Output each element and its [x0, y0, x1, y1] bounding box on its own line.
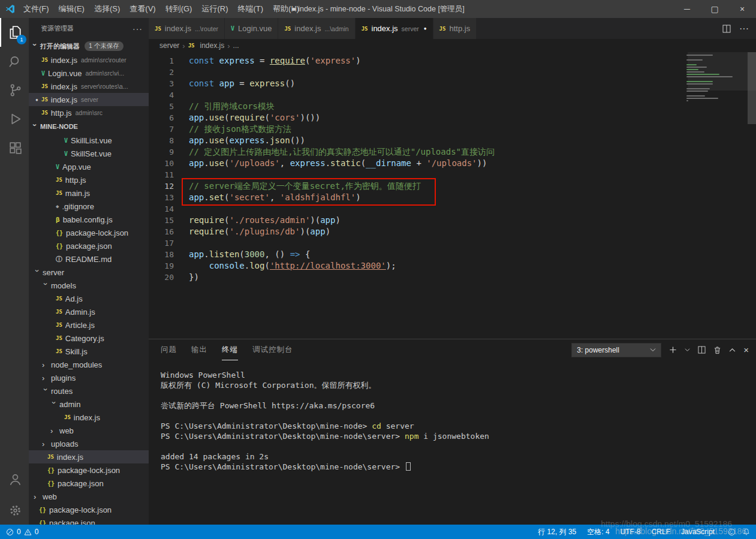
terminal-output[interactable]: Windows PowerShell版权所有 (C) Microsoft Cor… — [149, 360, 756, 525]
file-item-Admin.js[interactable]: JSAdmin.js — [29, 305, 149, 318]
open-editor-item[interactable]: JShttp.jsadmin\src — [29, 106, 149, 119]
menu-item[interactable]: 查看(V) — [125, 0, 160, 18]
file-item-App.vue[interactable]: VApp.vue — [29, 160, 149, 173]
file-item-package.json[interactable]: {}package.json — [29, 516, 149, 525]
code-line[interactable]: 14 — [149, 203, 756, 215]
file-item-babel.config.js[interactable]: βbabel.config.js — [29, 213, 149, 226]
code-line[interactable]: 4 — [149, 89, 756, 101]
minimize-button[interactable]: ─ — [673, 0, 701, 18]
breadcrumb-item[interactable]: JSindex.js — [188, 41, 225, 50]
code-line[interactable]: 16require('./plugins/db')(app) — [149, 226, 756, 237]
folder-item-plugins[interactable]: ›plugins — [29, 371, 149, 384]
folder-item-uploads[interactable]: ›uploads — [29, 437, 149, 450]
code-line[interactable]: 9// 定义图片上传路由地址,让我们的真实静态地址可以通过"/uploads"直… — [149, 146, 756, 158]
run-debug-icon[interactable] — [0, 104, 29, 133]
status-item[interactable]: CRLF — [652, 528, 670, 536]
file-item-package-lock.json[interactable]: {}package-lock.json — [29, 463, 149, 477]
code-line[interactable]: 19 console.log('http://localhost:3000'); — [149, 260, 756, 272]
close-button[interactable]: × — [728, 0, 756, 18]
editor-more-actions-icon[interactable]: ··· — [739, 23, 749, 34]
folder-item-models[interactable]: ›models — [29, 279, 149, 292]
folder-item-web[interactable]: ›web — [29, 424, 149, 437]
folder-item-web[interactable]: ›web — [29, 490, 149, 503]
editor-scrollbar[interactable] — [748, 52, 756, 124]
extensions-icon[interactable] — [0, 133, 29, 162]
open-editor-item[interactable]: JSindex.jsadmin\src\router — [29, 53, 149, 67]
code-line[interactable]: 11 — [149, 169, 756, 180]
file-item-http.js[interactable]: JShttp.js — [29, 173, 149, 186]
project-root-header[interactable]: › MINE-NODE — [29, 119, 149, 134]
menu-item[interactable]: 转到(G) — [161, 0, 197, 18]
tab-index.js[interactable]: JSindex.jsserver● — [356, 18, 433, 39]
file-item-SkillSet.vue[interactable]: VSkillSet.vue — [29, 147, 149, 160]
menu-item[interactable]: 运行(R) — [197, 0, 233, 18]
code-line[interactable]: 8app.use(express.json()) — [149, 135, 756, 146]
code-line[interactable]: 20}) — [149, 272, 756, 283]
file-item-SkillList.vue[interactable]: VSkillList.vue — [29, 134, 149, 147]
code-line[interactable]: 5// 引用跨域cors模块 — [149, 101, 756, 112]
file-item-package-lock.json[interactable]: {}package-lock.json — [29, 226, 149, 239]
folder-item-node_modules[interactable]: ›node_modules — [29, 358, 149, 371]
maximize-panel-icon[interactable] — [729, 348, 736, 353]
folder-item-routes[interactable]: ›routes — [29, 384, 149, 398]
breadcrumb-item[interactable]: ... — [233, 41, 239, 50]
status-item[interactable]: JavaScript — [681, 528, 715, 536]
tab-index.js[interactable]: JSindex.js...\router — [149, 18, 225, 39]
problems-status[interactable]: 0 0 — [6, 528, 38, 536]
open-editor-item[interactable]: ●JSindex.jsserver — [29, 93, 149, 106]
file-item-Ad.js[interactable]: JSAd.js — [29, 292, 149, 305]
code-line[interactable]: 6app.use(require('cors')()) — [149, 112, 756, 124]
file-item-Skill.js[interactable]: JSSkill.js — [29, 345, 149, 358]
split-editor-icon[interactable] — [722, 25, 731, 33]
file-item-.gitignore[interactable]: ◆.gitignore — [29, 200, 149, 213]
menu-item[interactable]: 终端(T) — [233, 0, 268, 18]
menu-item[interactable]: 文件(F) — [19, 0, 54, 18]
panel-tab-输出[interactable]: 输出 — [191, 339, 207, 360]
file-item-Category.js[interactable]: JSCategory.js — [29, 332, 149, 345]
close-panel-icon[interactable]: × — [743, 345, 749, 355]
account-icon[interactable] — [0, 465, 29, 493]
code-line[interactable]: 1const express = require('express') — [149, 55, 756, 67]
panel-tab-问题[interactable]: 问题 — [161, 339, 177, 360]
status-item[interactable]: 空格: 4 — [587, 527, 609, 537]
new-terminal-icon[interactable] — [669, 346, 677, 354]
file-item-README.md[interactable]: ⓘREADME.md — [29, 252, 149, 266]
maximize-button[interactable]: ▢ — [701, 0, 728, 18]
file-item-index.js[interactable]: JSindex.js — [29, 411, 149, 424]
sidebar-more-actions-icon[interactable]: ··· — [132, 24, 143, 34]
open-editor-item[interactable]: JSindex.jsserver\routes\a... — [29, 80, 149, 93]
search-icon[interactable] — [0, 47, 29, 76]
file-item-Article.js[interactable]: JSArticle.js — [29, 318, 149, 332]
status-item[interactable]: UTF-8 — [621, 528, 641, 536]
tab-Login.vue[interactable]: VLogin.vue — [225, 18, 278, 39]
code-line[interactable]: 18app.listen(3000, () => { — [149, 249, 756, 260]
file-item-package-lock.json[interactable]: {}package-lock.json — [29, 503, 149, 516]
code-editor[interactable]: 1const express = require('express')23con… — [149, 52, 756, 339]
modified-dot-icon[interactable]: ● — [424, 26, 427, 31]
explorer-icon[interactable]: 1 — [0, 18, 29, 47]
status-item[interactable]: 行 12, 列 35 — [538, 527, 576, 537]
panel-tab-终端[interactable]: 终端 — [222, 339, 238, 360]
breadcrumb-item[interactable]: server — [159, 41, 179, 50]
minimap[interactable] — [686, 55, 746, 101]
split-terminal-icon[interactable] — [698, 346, 706, 354]
file-item-index.js[interactable]: JSindex.js — [29, 450, 149, 463]
open-editor-item[interactable]: VLogin.vueadmin\src\vi... — [29, 67, 149, 80]
open-editors-header[interactable]: › 打开的编辑器 1 个未保存 — [29, 39, 149, 53]
terminal-dropdown-icon[interactable] — [685, 348, 690, 352]
tab-index.js[interactable]: JSindex.js...\admin — [278, 18, 355, 39]
kill-terminal-trash-icon[interactable] — [713, 346, 721, 354]
code-line[interactable]: 3const app = express() — [149, 78, 756, 89]
code-line[interactable]: 7// 接收json格式数据方法 — [149, 124, 756, 135]
folder-item-admin[interactable]: ›admin — [29, 398, 149, 411]
file-item-package.json[interactable]: {}package.json — [29, 239, 149, 252]
terminal-shell-select[interactable]: 3: powershell — [571, 343, 661, 357]
code-line[interactable]: 10app.use('/uploads', express.static(__d… — [149, 158, 756, 169]
settings-gear-icon[interactable] — [0, 496, 29, 525]
code-line[interactable]: 17 — [149, 237, 756, 249]
menu-item[interactable]: 选择(S) — [89, 0, 125, 18]
folder-item-server[interactable]: ›server — [29, 266, 149, 279]
code-line[interactable]: 2 — [149, 67, 756, 78]
file-item-main.js[interactable]: JSmain.js — [29, 186, 149, 200]
file-item-package.json[interactable]: {}package.json — [29, 477, 149, 490]
